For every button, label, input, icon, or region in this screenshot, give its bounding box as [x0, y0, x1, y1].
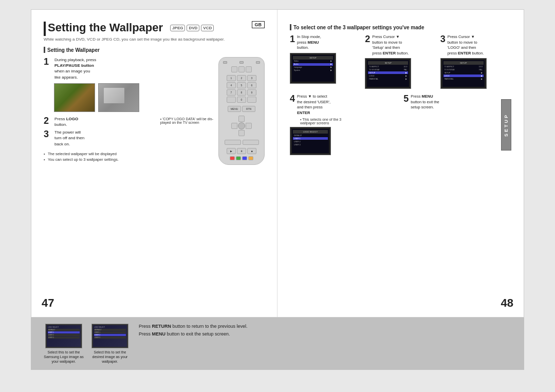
remote-pause-btn: ⏸ — [237, 148, 246, 154]
remote-dpad-right — [246, 123, 252, 129]
setup-tab-container: SETUP — [501, 94, 511, 155]
page-number-right: 48 — [501, 296, 513, 310]
bullet-note-1: The selected wallpaper will be displayed — [44, 151, 213, 157]
bottom-thumbnails: LOGO SELECT DEFAULT USER 1 USER 2 USER 3… — [43, 324, 131, 364]
right-step-2-desc: Press Cursor ▼button to move to'Setup' a… — [372, 34, 409, 56]
right-step-3-desc: Press Cursor ▼button to move to'LOGO' an… — [448, 34, 484, 56]
photo-2 — [98, 83, 139, 112]
tv-menu-row2-1: TV ASPECT16:9 — [368, 65, 408, 68]
right-step-3-number: 3 — [440, 34, 446, 44]
tv-menu-row4-1: DEFAULT — [293, 134, 328, 137]
step-2: 2 Press LOGObutton. — [44, 116, 156, 127]
right-step-2: 2 Press Cursor ▼button to move to'Setup'… — [365, 34, 436, 89]
tv-menu-row-1: Video▶ — [293, 60, 333, 63]
remote-num-6: 6 — [247, 82, 256, 88]
step-3-number: 3 — [44, 129, 52, 139]
right-step-1-desc: In Stop mode,press MENUbutton. — [297, 34, 321, 51]
tv-menu-title-4: LOGO SELECT — [293, 130, 328, 134]
remote-num-0: 0 — [237, 97, 246, 103]
tv-menu-1: SETUP Video▶ Audio▶ Language▶ System▶ — [292, 55, 334, 82]
step-3: 3 The power willturn off and thenback on… — [44, 129, 213, 147]
tv-menu-2: SETUP TV ASPECT16:9 TV SYSTEMPAL SETUP▶ … — [367, 60, 409, 87]
bottom-note-1: Press RETURN button to return to the pre… — [139, 324, 512, 329]
tv-menu-row3-3: SETUP▶ — [443, 71, 484, 74]
right-step-5-number: 5 — [403, 94, 409, 103]
gb-badge: GB — [252, 21, 265, 28]
right-step-1: 1 In Stop mode,press MENUbutton. SETUP V… — [290, 34, 361, 89]
remote-num-hash — [247, 97, 256, 103]
remote-dpad-down — [238, 130, 245, 136]
right-page: To select one of the 3 wallpaper setting… — [278, 10, 524, 317]
right-step-2-header: 2 Press Cursor ▼button to move to'Setup'… — [365, 34, 409, 56]
remote-num-star — [227, 97, 236, 103]
right-step-5: 5 Press MENUbutton to exit thesetup scre… — [403, 94, 495, 155]
remote-num-7: 7 — [227, 89, 236, 96]
remote-num-1: 1 — [227, 75, 236, 81]
remote-color-blue — [242, 156, 247, 160]
tv-menu-row4-2: USER 1 — [293, 137, 328, 140]
bullet-notes: The selected wallpaper will be displayed… — [44, 151, 213, 163]
step-3-text: The power willturn off and thenback on. — [54, 129, 213, 147]
remote-num-4: 4 — [227, 82, 236, 88]
step-1: 1 During playback, press PLAY/PAUSE butt… — [44, 57, 213, 80]
thumb-screen-2: LOGO SELECT DEFAULT USER 1 USER 2 USER 3 — [91, 324, 128, 348]
tv-menu-row2-2: TV SYSTEMPAL — [368, 68, 408, 71]
tv-menu-title-1: SETUP — [293, 56, 333, 60]
tv-menu-row2-4: LOGO▶ — [368, 74, 408, 77]
left-content-layout: 1 During playback, press PLAY/PAUSE butt… — [44, 57, 265, 165]
remote-open-btn — [256, 61, 260, 64]
step-2-text: Press LOGObutton. — [54, 116, 156, 127]
thumb-screen-1: LOGO SELECT DEFAULT USER 1 USER 2 USER 3 — [45, 324, 82, 348]
thumb-screen-inner-2: LOGO SELECT DEFAULT USER 1 USER 2 USER 3 — [93, 325, 127, 347]
right-step-4-desc: Press ▼ to selectthe desired 'USER',and … — [297, 94, 330, 116]
bottom-thumb-2: LOGO SELECT DEFAULT USER 1 USER 2 USER 3… — [89, 324, 131, 364]
remote-color-yellow — [248, 156, 253, 160]
thumb-1-label: Select this to set the Samsung Logo imag… — [43, 350, 84, 364]
remote-num-2: 2 — [237, 75, 246, 81]
right-step-4-number: 4 — [290, 94, 295, 103]
title-bar — [44, 22, 46, 36]
remote-func-2 — [238, 66, 245, 72]
right-section-bar — [290, 24, 291, 30]
remote-area: 1 2 3 4 5 6 7 8 9 0 — [218, 57, 265, 165]
remote-func-1 — [231, 66, 237, 72]
tv-menu-title-2: SETUP — [368, 61, 408, 65]
tv-menu-row4-3: USER 2 — [293, 140, 328, 143]
remote-misc-2 — [243, 140, 259, 145]
remote-return-btn: RTN — [242, 106, 255, 112]
right-step-4-header: 4 Press ▼ to selectthe desired 'USER',an… — [290, 94, 330, 116]
remote-dpad-center — [238, 122, 245, 129]
right-steps-row-1: 1 In Stop mode,press MENUbutton. SETUP V… — [290, 34, 511, 89]
tv-menu-row-4: System▶ — [293, 69, 333, 72]
photo-1 — [54, 83, 95, 112]
bottom-gray-bar: LOGO SELECT DEFAULT USER 1 USER 2 USER 3… — [31, 318, 524, 370]
setup-tab: SETUP — [501, 99, 511, 151]
badge-dvd: DVD — [187, 25, 199, 31]
bottom-thumb-1: LOGO SELECT DEFAULT USER 1 USER 2 USER 3… — [43, 324, 84, 364]
tv-menu-row2-5: PARENTAL▶ — [368, 78, 408, 80]
remote-play-btn: ▶ — [227, 148, 236, 154]
right-step-3-header: 3 Press Cursor ▼button to move to'LOGO' … — [440, 34, 484, 56]
tv-menu-4: LOGO SELECT DEFAULT USER 1 USER 2 USER 3 — [292, 129, 329, 153]
tv-menu-row3-1: TV ASPECT16:9 — [443, 65, 484, 68]
remote-color-row — [230, 156, 253, 160]
badge-vcd: VCD — [201, 25, 214, 31]
step-1-text: During playback, press PLAY/PAUSE button… — [54, 57, 213, 80]
remote-misc-row — [225, 140, 259, 145]
remote-dpad — [231, 116, 252, 136]
tv-screen-3: SETUP TV ASPECT16:9 TV SYSTEMPAL SETUP▶ … — [440, 58, 487, 89]
badge-jpeg: JPEG — [170, 25, 185, 31]
remote-func-row2: MENU RTN — [228, 106, 255, 112]
remote-color-red — [230, 156, 235, 160]
tv-menu-title-3: SETUP — [443, 61, 484, 65]
tv-menu-row2-3: SETUP▶ — [368, 71, 408, 74]
remote-color-green — [236, 156, 241, 160]
format-badges: JPEG DVD VCD — [170, 25, 214, 31]
remote-control: 1 2 3 4 5 6 7 8 9 0 — [218, 57, 265, 165]
right-step-1-header: 1 In Stop mode,press MENUbutton. — [290, 34, 321, 51]
remote-numpad: 1 2 3 4 5 6 7 8 9 0 — [227, 75, 256, 103]
right-step-2-number: 2 — [365, 34, 370, 44]
right-step-5-header: 5 Press MENUbutton to exit thesetup scre… — [403, 94, 439, 110]
section-bar — [44, 47, 45, 53]
tv-screen-1: SETUP Video▶ Audio▶ Language▶ System▶ — [290, 53, 336, 84]
